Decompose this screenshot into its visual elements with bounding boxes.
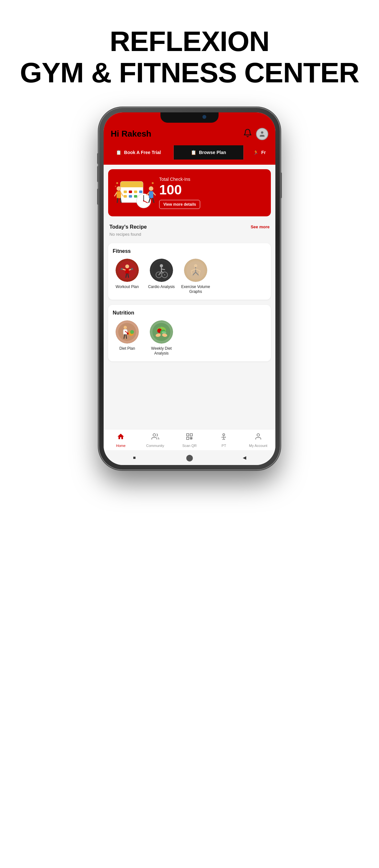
power-button [280, 173, 282, 198]
svg-line-20 [117, 198, 118, 203]
svg-point-84 [257, 434, 259, 436]
nav-home-label: Home [116, 444, 126, 447]
svg-line-38 [126, 274, 127, 277]
phone-screen: Hi Rakesh [104, 113, 275, 465]
svg-rect-5 [129, 190, 132, 193]
free-icon: 🏃 [253, 150, 259, 155]
svg-rect-9 [129, 195, 132, 197]
nutrition-items: Diet Plan [113, 320, 266, 356]
diet-icon [116, 320, 139, 344]
browse-icon: 📋 [191, 150, 196, 155]
recipe-see-more[interactable]: See more [251, 224, 270, 229]
svg-point-16 [117, 186, 121, 191]
nav-scan-qr-label: Scan QR [182, 444, 197, 447]
back-square-button[interactable]: ■ [130, 454, 138, 462]
notch-camera [202, 115, 206, 119]
my-account-icon [254, 433, 262, 442]
weekly-diet-image [150, 320, 173, 344]
exercise-volume-image [184, 259, 207, 282]
nav-community[interactable]: Community [146, 433, 165, 447]
scan-qr-icon [186, 433, 193, 442]
svg-rect-7 [139, 190, 143, 193]
avatar[interactable] [256, 128, 268, 140]
svg-point-29 [152, 182, 154, 184]
svg-rect-4 [124, 190, 127, 193]
nutrition-card: Nutrition [108, 305, 271, 361]
exercise-volume-item[interactable]: Exercise Volume Graphs [181, 259, 210, 294]
nav-community-label: Community [146, 444, 164, 447]
svg-point-60 [124, 326, 127, 329]
fitness-title: Fitness [113, 248, 266, 254]
fitness-items: Workout Plan [113, 259, 266, 294]
nav-my-account[interactable]: My Account [249, 433, 268, 447]
svg-rect-80 [190, 437, 191, 438]
phone-system-bar: ■ ⬤ ◀ [104, 450, 275, 465]
svg-rect-23 [149, 191, 153, 198]
svg-point-0 [261, 131, 263, 133]
cardio-analysis-item[interactable]: Cardio Analysis [147, 259, 176, 294]
recent-triangle-button[interactable]: ◀ [241, 454, 249, 462]
checkin-count: 100 [159, 183, 182, 197]
action-buttons-row: 📋 Book A Free Trial 📋 Browse Plan 🏃 Fr [104, 145, 275, 165]
page-title-line2: GYM & FITNESS CENTER [20, 57, 359, 89]
page-header: REFLEXION GYM & FITNESS CENTER [20, 26, 359, 89]
browse-plan-label: Browse Plan [199, 150, 226, 155]
svg-rect-37 [131, 268, 133, 270]
svg-rect-10 [134, 195, 137, 197]
phone-frame: Hi Rakesh [99, 108, 280, 469]
svg-rect-36 [121, 268, 123, 270]
book-icon: 📋 [116, 150, 121, 155]
app-content: Hi Rakesh [104, 113, 275, 465]
home-icon [117, 433, 125, 442]
svg-point-65 [130, 330, 134, 334]
greeting-text: Hi Rakesh [111, 129, 151, 139]
recipe-title: Today's Recipe [109, 224, 147, 230]
phone-notch [160, 113, 219, 123]
weekly-diet-label: Weekly Diet Analysis [147, 346, 176, 356]
svg-line-27 [153, 198, 154, 203]
pt-icon [220, 433, 228, 442]
free-label: Fr [261, 150, 266, 155]
weekly-icon [150, 320, 173, 344]
workout-icon [116, 259, 139, 282]
svg-point-22 [149, 186, 153, 191]
silent-button [97, 189, 99, 205]
fitness-card: Fitness [108, 243, 271, 300]
nav-pt-label: PT [221, 444, 226, 447]
svg-line-39 [128, 274, 128, 277]
volume-down-button [97, 166, 99, 182]
nav-scan-qr[interactable]: Scan QR [180, 433, 199, 447]
book-trial-button[interactable]: 📋 Book A Free Trial [104, 145, 174, 159]
recipe-section-header: Today's Recipe See more [104, 221, 275, 231]
free-button[interactable]: 🏃 Fr [244, 145, 275, 159]
weekly-diet-item[interactable]: Weekly Diet Analysis [147, 320, 176, 356]
home-circle-button[interactable]: ⬤ [185, 454, 194, 462]
header-icons [243, 128, 268, 140]
diet-plan-image [116, 320, 139, 344]
workout-plan-item[interactable]: Workout Plan [113, 259, 142, 294]
checkin-info: Total Check-Ins 100 View more details [156, 177, 265, 209]
bell-icon[interactable] [243, 128, 252, 140]
svg-point-83 [223, 434, 225, 436]
browse-plan-button[interactable]: 📋 Browse Plan [174, 145, 244, 159]
svg-line-24 [147, 193, 149, 195]
workout-plan-image [116, 259, 139, 282]
checkin-banner: Total Check-Ins 100 View more details [108, 169, 271, 216]
svg-line-25 [153, 193, 155, 195]
nav-account-label: My Account [249, 444, 267, 447]
svg-rect-8 [124, 195, 127, 197]
svg-rect-77 [187, 434, 189, 436]
view-details-button[interactable]: View more details [159, 200, 200, 209]
svg-point-49 [164, 274, 165, 275]
nav-pt[interactable]: PT [214, 433, 233, 447]
svg-line-21 [120, 198, 121, 203]
diet-plan-item[interactable]: Diet Plan [113, 320, 142, 356]
bottom-nav: Home Community [104, 429, 275, 450]
exercise-icon [184, 259, 207, 282]
nav-home[interactable]: Home [111, 433, 130, 447]
no-recipe-msg: No recipes found [104, 231, 275, 241]
svg-rect-78 [190, 434, 192, 436]
book-trial-label: Book A Free Trial [124, 150, 161, 155]
svg-point-30 [115, 186, 116, 187]
exercise-volume-label: Exercise Volume Graphs [181, 284, 210, 294]
